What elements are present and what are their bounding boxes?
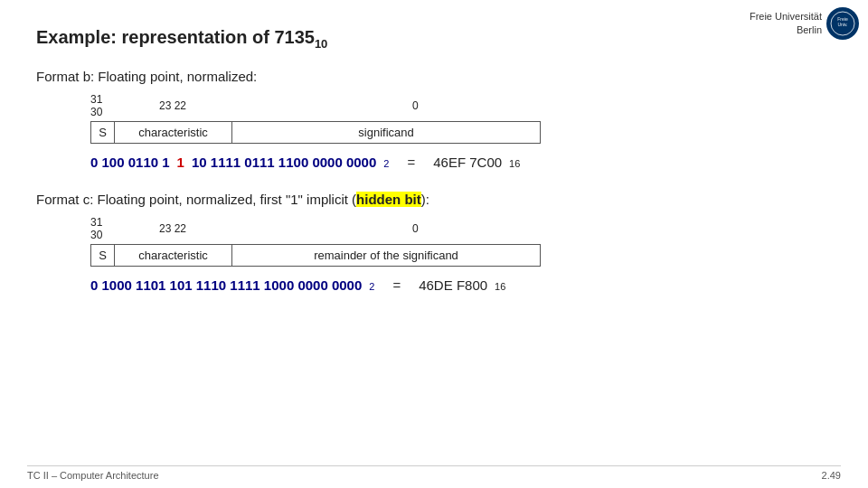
format-b-diagram: 31 30 23 22 0 S characteristic significa… [90,93,832,144]
bit-num-31-30: 31 30 [90,93,114,118]
binary-c-sub: 2 [369,281,374,292]
binary-b-part2: 10 1111 0111 1100 0000 0000 [192,155,376,170]
hex-c: 46DE F800 [419,277,487,293]
bit-num-23-22-b: 23 22 [159,99,231,112]
svg-text:Univ.: Univ. [837,22,847,27]
logo-text-1: Freie Universität [750,10,822,23]
cell-s-c: S [91,245,115,266]
logo-text-2: Berlin [750,23,822,37]
format-b-bit-row: S characteristic significand [90,121,541,144]
bit-num-0-c: 0 [412,222,419,235]
hex-c-sub: 16 [495,281,505,292]
bit-num-0-b: 0 [412,99,419,112]
title-text: Example: representation of 7135 [36,27,315,47]
cell-s-b: S [91,122,115,143]
title-subscript: 10 [315,37,327,51]
logo-circle: Freie Univ. [826,7,859,40]
equals-c: = [392,277,401,293]
format-c-label-end: ): [421,192,429,207]
main-title: Example: representation of 713510 [36,27,832,51]
format-c-section: Format c: Floating point, normalized, fi… [36,192,832,293]
format-c-bit-row: S characteristic remainder of the signif… [90,244,541,267]
hex-b: 46EF 7C00 [433,155,502,170]
format-c-title: Format c: Floating point, normalized, fi… [36,192,832,207]
binary-b-highlighted: 1 [177,155,184,170]
logo-area: Freie Universität Berlin Freie Univ. [750,7,859,40]
hex-b-sub: 16 [509,158,520,169]
format-c-diagram: 31 30 23 22 0 S characteristic remainder… [90,216,832,267]
binary-c-full: 0 1000 1101 101 1110 1111 1000 0000 0000 [90,277,362,293]
hidden-bit-label: hidden bit [356,192,421,207]
equals-b: = [407,155,415,170]
bit-num-31-30-c: 31 30 [90,216,114,241]
cell-characteristic-b: characteristic [115,122,232,143]
footer-left: TC II – Computer Architecture [27,470,159,481]
format-c-label-text: Format c: Floating point, normalized, fi… [36,192,356,207]
bit-num-23-22-c: 23 22 [159,222,231,235]
footer: TC II – Computer Architecture 2.49 [27,465,841,481]
cell-significand-b: significand [232,122,540,143]
cell-remainder-c: remainder of the significand [232,245,540,266]
binary-b-part1: 0 100 0110 1 [90,155,170,170]
format-b-binary: 0 100 0110 1110 1111 0111 1100 0000 0000… [90,155,832,170]
binary-b-sub: 2 [383,158,389,169]
format-b-section: Format b: Floating point, normalized: 31… [36,69,832,170]
cell-characteristic-c: characteristic [115,245,232,266]
footer-right: 2.49 [822,470,841,481]
format-c-binary: 0 1000 1101 101 1110 1111 1000 0000 0000… [90,277,832,293]
format-b-title: Format b: Floating point, normalized: [36,69,832,84]
